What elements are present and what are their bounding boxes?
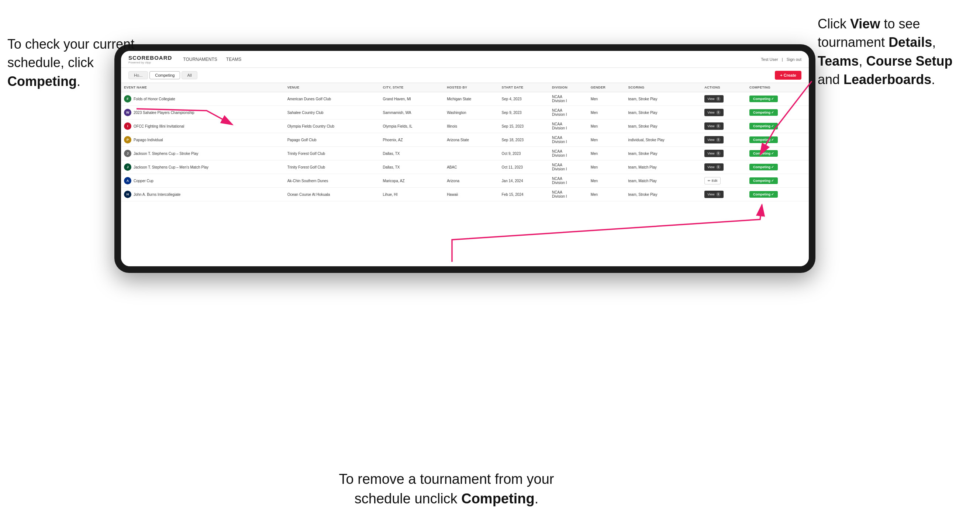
cell-scoring: team, Stroke Play — [625, 119, 702, 133]
cell-event-name: ACopper Cup — [121, 174, 285, 188]
cell-gender: Men — [588, 92, 625, 106]
annotation-top-left: To check your current schedule, click Co… — [7, 35, 148, 91]
cell-gender: Men — [588, 160, 625, 174]
user-name: Test User — [761, 57, 778, 62]
cell-division: NCAADivision I — [549, 188, 588, 202]
cell-start-date: Oct 11, 2023 — [499, 160, 549, 174]
table-row: HJohn A. Burns IntercollegiateOcean Cour… — [121, 188, 809, 202]
nav-tournaments[interactable]: TOURNAMENTS — [183, 57, 217, 62]
table-row: W2023 Sahalee Players ChampionshipSahale… — [121, 106, 809, 119]
cell-start-date: Oct 9, 2023 — [499, 147, 549, 160]
col-start-date: START DATE — [499, 83, 549, 92]
create-button[interactable]: + Create — [775, 71, 802, 80]
cell-scoring: team, Stroke Play — [625, 106, 702, 119]
col-venue: VENUE — [285, 83, 380, 92]
table-row: ACopper CupAk-Chin Southern DunesMaricop… — [121, 174, 809, 188]
cell-event-name: HJohn A. Burns Intercollegiate — [121, 188, 285, 202]
cell-gender: Men — [588, 188, 625, 202]
event-name-text: OFCC Fighting Illini Invitational — [134, 124, 184, 129]
nav-teams[interactable]: TEAMS — [226, 57, 241, 62]
cell-hosted-by: Arizona — [444, 174, 498, 188]
cell-competing: Competing ✓ — [746, 174, 809, 188]
event-name-text: 2023 Sahalee Players Championship — [134, 111, 194, 115]
cell-event-name: JJackson T. Stephens Cup – Men's Match P… — [121, 160, 285, 174]
view-button[interactable]: View ℹ — [705, 150, 723, 157]
info-icon: ℹ — [716, 138, 721, 142]
cell-hosted-by: Hawaii — [444, 188, 498, 202]
cell-division: NCAADivision I — [549, 106, 588, 119]
view-button[interactable]: View ℹ — [705, 136, 723, 143]
cell-actions: View ℹ — [702, 147, 746, 160]
sign-out-link[interactable]: Sign out — [787, 57, 802, 62]
cell-venue: Ocean Course At Hokuala — [285, 188, 380, 202]
tab-all[interactable]: All — [181, 71, 197, 79]
cell-venue: Ak-Chin Southern Dunes — [285, 174, 380, 188]
table-body: FFolds of Honor CollegiateAmerican Dunes… — [121, 92, 809, 202]
table-head: EVENT NAME VENUE CITY, STATE HOSTED BY S… — [121, 83, 809, 92]
competing-button[interactable]: Competing ✓ — [749, 109, 778, 116]
cell-actions: View ℹ — [702, 188, 746, 202]
cell-competing: Competing ✓ — [746, 147, 809, 160]
cell-city-state: Dallas, TX — [380, 147, 444, 160]
tablet-screen: SCOREBOARD Powered by clipp TOURNAMENTS … — [121, 51, 809, 266]
cell-event-name: W2023 Sahalee Players Championship — [121, 106, 285, 119]
info-icon: ℹ — [716, 151, 721, 156]
info-icon: ℹ — [716, 165, 721, 169]
view-button[interactable]: View ℹ — [705, 122, 723, 130]
cell-hosted-by: Illinois — [444, 119, 498, 133]
cell-venue: Papago Golf Club — [285, 133, 380, 147]
competing-button[interactable]: Competing ✓ — [749, 178, 778, 184]
view-button[interactable]: View ℹ — [705, 163, 723, 171]
info-icon: ℹ — [716, 97, 721, 101]
event-name-text: Jackson T. Stephens Cup – Men's Match Pl… — [134, 165, 208, 169]
cell-scoring: team, Stroke Play — [625, 188, 702, 202]
cell-venue: Trinity Forest Golf Club — [285, 160, 380, 174]
cell-actions: View ℹ — [702, 133, 746, 147]
cell-competing: Competing ✓ — [746, 119, 809, 133]
competing-button[interactable]: Competing ✓ — [749, 164, 778, 170]
view-button[interactable]: View ℹ — [705, 190, 723, 198]
cell-venue: American Dunes Golf Club — [285, 92, 380, 106]
cell-start-date: Sep 18, 2023 — [499, 133, 549, 147]
cell-division: NCAADivision I — [549, 160, 588, 174]
cell-scoring: team, Match Play — [625, 174, 702, 188]
cell-event-name: JJackson T. Stephens Cup – Stroke Play — [121, 147, 285, 160]
cell-division: NCAADivision I — [549, 133, 588, 147]
cell-start-date: Sep 9, 2023 — [499, 106, 549, 119]
competing-button[interactable]: Competing ✓ — [749, 137, 778, 143]
view-button[interactable]: View ℹ — [705, 109, 723, 116]
nav-links: TOURNAMENTS TEAMS — [183, 57, 241, 62]
cell-division: NCAADivision I — [549, 92, 588, 106]
competing-button[interactable]: Competing ✓ — [749, 191, 778, 198]
cell-scoring: individual, Stroke Play — [625, 133, 702, 147]
tablet-frame: SCOREBOARD Powered by clipp TOURNAMENTS … — [115, 44, 815, 273]
competing-button[interactable]: Competing ✓ — [749, 150, 778, 157]
cell-city-state: Phoenix, AZ — [380, 133, 444, 147]
team-logo: H — [124, 190, 131, 198]
col-city-state: CITY, STATE — [380, 83, 444, 92]
header-right: Test User | Sign out — [761, 57, 802, 62]
cell-hosted-by: Arizona State — [444, 133, 498, 147]
table-row: JJackson T. Stephens Cup – Stroke PlayTr… — [121, 147, 809, 160]
competing-button[interactable]: Competing ✓ — [749, 95, 778, 102]
cell-competing: Competing ✓ — [746, 188, 809, 202]
cell-actions: ✏ Edit — [702, 174, 746, 188]
cell-gender: Men — [588, 106, 625, 119]
cell-event-name: PPapago Individual — [121, 133, 285, 147]
cell-start-date: Sep 4, 2023 — [499, 92, 549, 106]
cell-actions: View ℹ — [702, 160, 746, 174]
cell-actions: View ℹ — [702, 92, 746, 106]
cell-hosted-by: Michigan State — [444, 92, 498, 106]
table-header-row: EVENT NAME VENUE CITY, STATE HOSTED BY S… — [121, 83, 809, 92]
competing-button[interactable]: Competing ✓ — [749, 123, 778, 129]
view-button[interactable]: View ℹ — [705, 95, 723, 103]
tab-competing[interactable]: Competing — [150, 71, 180, 79]
event-name-text: John A. Burns Intercollegiate — [134, 192, 180, 197]
table-row: IOFCC Fighting Illini InvitationalOlympi… — [121, 119, 809, 133]
cell-competing: Competing ✓ — [746, 160, 809, 174]
header-separator: | — [782, 57, 783, 62]
col-scoring: SCORING — [625, 83, 702, 92]
cell-competing: Competing ✓ — [746, 106, 809, 119]
edit-button[interactable]: ✏ Edit — [705, 177, 721, 184]
cell-actions: View ℹ — [702, 119, 746, 133]
